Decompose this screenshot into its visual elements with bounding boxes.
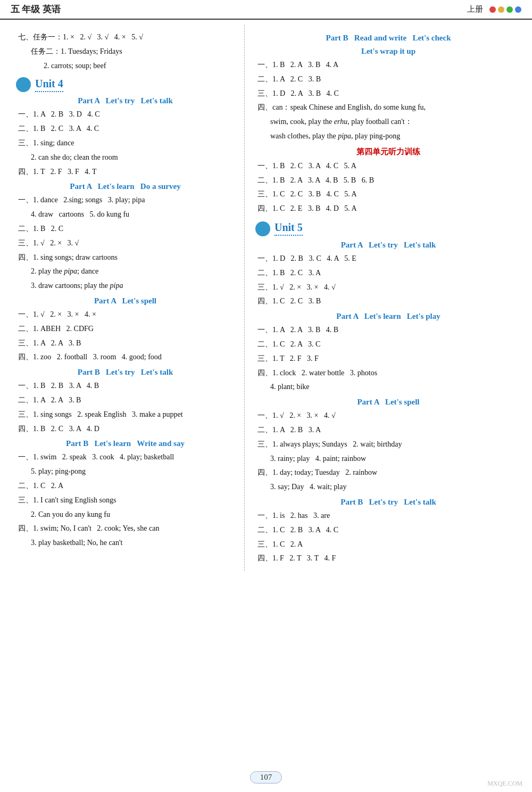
answer-line: 四、1. C 2. C 3. B: [255, 295, 521, 308]
header-volume: 上册: [467, 4, 483, 14]
answer-line: 三、1. T 2. F 3. F: [255, 352, 521, 365]
answer-line: 四、1. B 2. C 3. A 4. D: [16, 423, 235, 435]
answer-line: 二、1. C 2. A: [16, 480, 235, 492]
answer-line: 四、1. C 2. E 3. B 4. D 5. A: [255, 202, 521, 215]
section-title-partB-learn-write: Part B Let's learn Write and say: [16, 439, 235, 448]
answer-line: 三、1. sing; dance: [16, 137, 235, 150]
unit5-header: Unit 5: [255, 221, 521, 236]
answer-line: 四、1. sing songs; draw cartoons: [16, 251, 235, 264]
answer-line: 3. rainy; play 4. paint; rainbow: [255, 452, 521, 465]
answer-line: 3. draw cartoons; play the pipa: [16, 279, 235, 292]
answer-line: 一、1. B 2. A 3. B 4. A: [255, 59, 521, 71]
section-title-wrap-up: Let's wrap it up: [255, 47, 521, 56]
answer-line: 4. draw cartoons 5. do kung fu: [16, 208, 235, 221]
answer-line: 四、1. day; today; Tuesday 2. rainbow: [255, 466, 521, 479]
answer-line: 3. say; Day 4. wait; play: [255, 481, 521, 493]
answer-line: 三、1. D 2. A 3. B 4. C: [255, 87, 521, 100]
answer-line: 2. carrots; soup; beef: [16, 60, 235, 72]
section-title-partA-learn-survey: Part A Let's learn Do a survey: [16, 182, 235, 191]
watermark: MXQE.COM: [487, 780, 522, 788]
answer-line: 三、1. always plays; Sundays 2. wait; birt…: [255, 438, 521, 451]
answer-line: 三、1. I can't sing English songs: [16, 494, 235, 507]
answer-line: 二、1. C 2. B 3. A 4. C: [255, 524, 521, 537]
answer-line: 三、1. sing songs 2. speak English 3. make…: [16, 408, 235, 421]
answer-line: 一、1. swim 2. speak 3. cook 4. play; bask…: [16, 451, 235, 464]
answer-line: 一、1. dance 2.sing; songs 3. play; pipa: [16, 194, 235, 207]
answer-line: 一、1. B 2. C 3. A 4. C 5. A: [255, 160, 521, 172]
content-area: 七、任务一：1. × 2. √ 3. √ 4. × 5. √ 任务二：1. Tu…: [0, 20, 532, 592]
answer-line: 一、1. √ 2. × 3. × 4. ×: [16, 308, 235, 321]
answer-line: 一、1. A 2. B 3. D 4. C: [16, 108, 235, 121]
section-title-u5-partA-learn-play: Part A Let's learn Let's play: [255, 312, 521, 321]
dot-green-icon: [506, 6, 513, 13]
answer-line: 七、任务一：1. × 2. √ 3. √ 4. × 5. √: [16, 31, 235, 44]
unit4-header: Unit 4: [16, 77, 235, 92]
answer-line: 三、1. A 2. A 3. B: [16, 337, 235, 350]
header-right: 上册: [467, 4, 521, 14]
answer-line: 5. play; ping-pong: [16, 465, 235, 478]
answer-line: 二、1. B 2. C: [16, 222, 235, 235]
section-title-partA-try-talk: Part A Let's try Let's talk: [16, 96, 235, 105]
answer-line: 三、1. C 2. C 3. B 4. C 5. A: [255, 188, 521, 201]
page-footer: 107: [0, 771, 532, 783]
answer-line: 2. can she do; clean the room: [16, 151, 235, 164]
answer-line: 一、1. D 2. B 3. C 4. A 5. E: [255, 252, 521, 265]
top-answers: 七、任务一：1. × 2. √ 3. √ 4. × 5. √ 任务二：1. Tu…: [16, 31, 235, 72]
answer-line: 四、1. zoo 2. football 3. room 4. good; fo…: [16, 351, 235, 364]
answer-line: 一、1. B 2. B 3. A 4. B: [16, 380, 235, 392]
unit4-circle: [16, 77, 31, 92]
section-title-u5-partB-try-talk: Part B Let's try Let's talk: [255, 498, 521, 507]
section-title-u5-partA-spell: Part A Let's spell: [255, 398, 521, 407]
dot-blue-icon: [515, 6, 521, 13]
answer-line: 四、1. T 2. F 3. F 4. T: [16, 166, 235, 178]
right-column: Part B Read and write Let's check Let's …: [245, 25, 532, 571]
answer-line: 二、1. B 2. A 3. A 4. B 5. B 6. B: [255, 174, 521, 187]
unit5-circle: [255, 221, 270, 236]
answer-line: 四、1. swim; No, I can't 2. cook; Yes, she…: [16, 522, 235, 535]
answer-line: swim, cook, play the erhu, play football…: [255, 116, 521, 128]
dot-red-icon: [489, 6, 496, 13]
answer-line: 3. play basketball; No, he can't: [16, 537, 235, 549]
answer-line: 2. play the pipa; dance: [16, 265, 235, 278]
answer-line: 二、1. B 2. C 3. A 4. C: [16, 122, 235, 135]
page-header: 五 年级 英语 上册: [0, 0, 532, 20]
section-title-u5-partA-try-talk: Part A Let's try Let's talk: [255, 241, 521, 250]
header-left: 五 年级 英语: [11, 3, 61, 15]
answer-line: 二、1. A 2. C 3. B: [255, 73, 521, 86]
unit4-title: Unit 4: [35, 78, 63, 92]
answer-line: 三、1. √ 2. × 3. √: [16, 237, 235, 250]
answer-line: 二、1. A 2. A 3. B: [16, 394, 235, 407]
answer-line: 一、1. A 2. A 3. B 4. B: [255, 324, 521, 336]
answer-line: 四、can：speak Chinese and English, do some…: [255, 101, 521, 114]
unit5-title: Unit 5: [275, 221, 303, 236]
answer-line: 二、1. A 2. B 3. A: [255, 424, 521, 436]
page-number: 107: [250, 771, 282, 783]
section-title-partA-spell: Part A Let's spell: [16, 296, 235, 306]
answer-line: 一、1. √ 2. × 3. × 4. √: [255, 409, 521, 422]
section-title-partB-try-talk: Part B Let's try Let's talk: [16, 368, 235, 377]
answer-line: wash clothes, play the pipa, play ping-p…: [255, 130, 521, 143]
page: 五 年级 英语 上册 七、任务一：1. × 2. √ 3. √ 4. × 5. …: [0, 0, 532, 792]
answer-line: 一、1. is 2. has 3. are: [255, 509, 521, 522]
answer-line: 四、1. clock 2. water bottle 3. photos: [255, 367, 521, 380]
section-title-listening: 第四单元听力训练: [255, 147, 521, 157]
answer-line: 二、1. C 2. A 3. C: [255, 338, 521, 351]
answer-line: 三、1. C 2. A: [255, 538, 521, 551]
answer-line: 二、1. B 2. C 3. A: [255, 267, 521, 279]
answer-line: 4. plant; bike: [255, 381, 521, 393]
answer-line: 2. Can you do any kung fu: [16, 508, 235, 521]
header-dots: [489, 6, 521, 13]
answer-line: 二、1. ABEH 2. CDFG: [16, 323, 235, 335]
left-column: 七、任务一：1. × 2. √ 3. √ 4. × 5. √ 任务二：1. Tu…: [0, 25, 245, 571]
answer-line: 任务二：1. Tuesdays; Fridays: [16, 45, 235, 58]
answer-line: 四、1. F 2. T 3. T 4. F: [255, 552, 521, 565]
answer-line: 三、1. √ 2. × 3. × 4. √: [255, 281, 521, 294]
header-grade-label: 五 年级 英语: [11, 3, 61, 15]
section-title-partB-read-check: Part B Read and write Let's check: [255, 34, 521, 43]
dot-yellow-icon: [498, 6, 504, 13]
